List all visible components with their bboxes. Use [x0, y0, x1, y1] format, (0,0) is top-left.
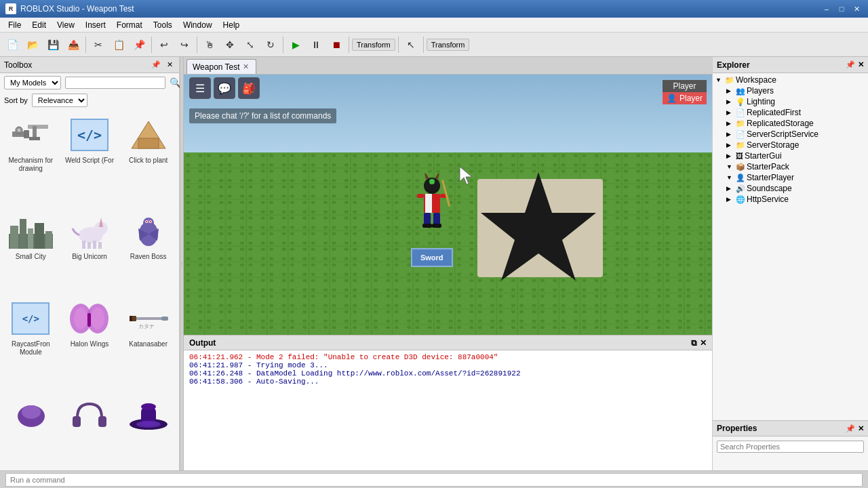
- properties-close-btn[interactable]: ✕: [858, 424, 864, 433]
- tool-weld[interactable]: </> Weld Script (For: [62, 111, 118, 205]
- tree-item-icon: 📄: [736, 108, 745, 117]
- output-close-btn[interactable]: ✕: [700, 338, 707, 348]
- tool-mechanism-label: Mechanism for drawing: [5, 157, 57, 173]
- menu-tools[interactable]: Tools: [148, 19, 178, 31]
- vp-menu-btn[interactable]: ☰: [189, 77, 211, 99]
- tree-item-starterplayer[interactable]: ▼👤StarterPlayer: [713, 172, 868, 183]
- explorer-close-btn[interactable]: ✕: [858, 60, 864, 69]
- output-float-btn[interactable]: ⧉: [691, 338, 697, 348]
- tb-play[interactable]: ▶: [286, 35, 305, 54]
- tree-toggle-icon[interactable]: ▶: [726, 120, 734, 127]
- tree-item-replicatedstorage[interactable]: ▶📁ReplicatedStorage: [713, 118, 868, 129]
- tool-raven[interactable]: Raven Boss: [120, 207, 176, 293]
- toolbox-pin[interactable]: 📌: [151, 60, 161, 70]
- tb-pause[interactable]: ⏸: [307, 35, 326, 54]
- tool-raycast[interactable]: </> RaycastFron Module: [3, 295, 59, 388]
- tb-save[interactable]: 💾: [43, 35, 62, 54]
- tb-publish[interactable]: 📤: [64, 35, 83, 54]
- tb-open[interactable]: 📂: [23, 35, 42, 54]
- tree-item-players[interactable]: ▶👥Players: [713, 85, 868, 96]
- tree-toggle-icon[interactable]: ▶: [726, 196, 734, 203]
- tree-toggle-icon[interactable]: ▼: [715, 77, 724, 83]
- tree-item-workspace[interactable]: ▼📁Workspace: [713, 75, 868, 85]
- title-bar-controls[interactable]: – □ ✕: [821, 3, 863, 14]
- tool-mechanism[interactable]: Mechanism for drawing: [3, 111, 59, 205]
- tb-stop[interactable]: ⏹: [327, 35, 346, 54]
- tool-unicorn[interactable]: Big Unicorn: [62, 207, 118, 293]
- svg-rect-13: [35, 223, 44, 249]
- menu-insert[interactable]: Insert: [80, 19, 111, 31]
- tb-scale[interactable]: ⤡: [241, 35, 260, 54]
- menu-help[interactable]: Help: [218, 19, 245, 31]
- sword-item[interactable]: Sword: [411, 248, 453, 267]
- tree-toggle-icon[interactable]: ▶: [726, 152, 734, 159]
- menu-view[interactable]: View: [52, 19, 80, 31]
- tree-item-replicatedfirst[interactable]: ▶📄ReplicatedFirst: [713, 107, 868, 118]
- properties-pin-btn[interactable]: 📌: [846, 424, 855, 433]
- tree-toggle-icon[interactable]: ▶: [726, 87, 734, 94]
- svg-rect-62: [417, 194, 424, 198]
- command-input[interactable]: [5, 473, 863, 487]
- output-line-3: 06:41:58.306 - Auto-Saving...: [189, 378, 707, 386]
- properties-controls[interactable]: 📌 ✕: [846, 424, 864, 433]
- tree-toggle-icon[interactable]: ▶: [726, 109, 734, 116]
- svg-rect-43: [73, 416, 81, 427]
- tree-toggle-icon[interactable]: ▶: [726, 185, 734, 192]
- viewport[interactable]: ☰ 💬 🎒 Player 👤 Player Please chat '/?' f…: [184, 75, 712, 335]
- minimize-button[interactable]: –: [821, 3, 833, 14]
- tb-cut[interactable]: ✂: [89, 35, 108, 54]
- tool-hat[interactable]: [120, 391, 176, 468]
- tb-move[interactable]: ✥: [220, 35, 239, 54]
- tool-raven-label: Raven Boss: [130, 253, 167, 261]
- sort-select[interactable]: Relevance: [32, 94, 87, 107]
- toolbox-controls[interactable]: 📌 ✕: [151, 60, 175, 70]
- tb-select[interactable]: 🖱: [200, 35, 219, 54]
- tree-item-lighting[interactable]: ▶💡Lighting: [713, 96, 868, 107]
- output-controls[interactable]: ⧉ ✕: [691, 338, 707, 348]
- tree-item-serverscriptservice[interactable]: ▶📄ServerScriptService: [713, 129, 868, 140]
- tb-new[interactable]: 📄: [3, 35, 22, 54]
- tool-headphones[interactable]: [62, 391, 118, 468]
- maximize-button[interactable]: □: [835, 3, 848, 14]
- tree-item-soundscape[interactable]: ▶🔊Soundscape: [713, 183, 868, 194]
- tool-katana[interactable]: カタナ Katanasaber: [120, 295, 176, 388]
- tree-item-serverstorage[interactable]: ▶📁ServerStorage: [713, 140, 868, 150]
- tool-plant[interactable]: Click to plant: [120, 111, 176, 205]
- tree-toggle-icon[interactable]: ▶: [726, 98, 734, 105]
- tb-undo[interactable]: ↩: [155, 35, 174, 54]
- explorer-controls[interactable]: 📌 ✕: [846, 60, 864, 69]
- menu-format[interactable]: Format: [111, 19, 148, 31]
- tree-toggle-icon[interactable]: ▼: [726, 163, 734, 170]
- tool-wings[interactable]: Halon Wings: [62, 295, 118, 388]
- vp-inventory-btn[interactable]: 🎒: [238, 77, 260, 99]
- search-input[interactable]: [65, 77, 165, 89]
- tree-toggle-icon[interactable]: ▼: [726, 174, 734, 181]
- tab-weapon-test[interactable]: Weapon Test ✕: [186, 59, 256, 74]
- tb-rotate[interactable]: ↻: [261, 35, 280, 54]
- tree-toggle-icon[interactable]: ▶: [726, 131, 734, 138]
- properties-search-input[interactable]: [717, 441, 864, 453]
- toolbox-close[interactable]: ✕: [164, 60, 175, 70]
- model-category-select[interactable]: My Models: [4, 76, 61, 89]
- tb-copy[interactable]: 📋: [109, 35, 128, 54]
- tool-raven-thumb: [125, 211, 172, 251]
- tree-item-startergui[interactable]: ▶🖼StarterGui: [713, 150, 868, 161]
- tool-purple[interactable]: [3, 391, 59, 468]
- tree-item-httpservice[interactable]: ▶🌐HttpService: [713, 194, 868, 205]
- tb-cursor[interactable]: ↖: [401, 35, 420, 54]
- tree-toggle-icon[interactable]: ▶: [726, 142, 734, 148]
- menu-window[interactable]: Window: [178, 19, 218, 31]
- explorer-pin-btn[interactable]: 📌: [846, 60, 855, 69]
- tree-item-starterpack[interactable]: ▼📦StarterPack: [713, 161, 868, 172]
- center-area: Weapon Test ✕: [184, 57, 712, 470]
- menu-edit[interactable]: Edit: [26, 19, 52, 31]
- vp-chat-btn[interactable]: 💬: [214, 77, 235, 99]
- tool-city[interactable]: Small City: [3, 207, 59, 293]
- sep5: [349, 37, 349, 53]
- toolbox-sort-row: Sort by Relevance: [0, 92, 179, 108]
- tb-paste[interactable]: 📌: [130, 35, 149, 54]
- tb-redo[interactable]: ↪: [175, 35, 194, 54]
- menu-file[interactable]: File: [3, 19, 26, 31]
- tab-close-icon[interactable]: ✕: [243, 62, 249, 71]
- close-button[interactable]: ✕: [850, 3, 863, 14]
